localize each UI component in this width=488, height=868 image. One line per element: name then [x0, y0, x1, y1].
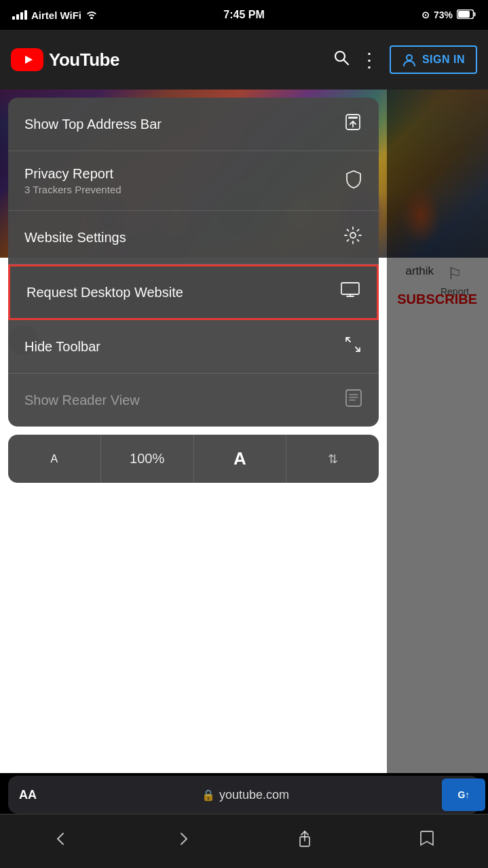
- svg-rect-11: [341, 283, 359, 294]
- menu-item-title: Request Desktop Website: [26, 285, 183, 300]
- status-left: Airtel WiFi: [12, 9, 98, 21]
- menu-item-left: Privacy Report 3 Trackers Prevented: [24, 166, 121, 195]
- menu-item-left: Request Desktop Website: [26, 285, 183, 300]
- gear-icon: [343, 226, 362, 249]
- shield-icon: [345, 170, 362, 193]
- svg-rect-1: [474, 12, 476, 16]
- context-menu: Show Top Address Bar Privacy Report 3 Tr…: [0, 90, 387, 488]
- menu-item-title: Website Settings: [24, 230, 126, 245]
- desktop-icon: [340, 281, 360, 303]
- url-section: 🔒 youtube.com: [202, 788, 289, 802]
- browser-bar: AA 🔒 youtube.com: [0, 776, 488, 814]
- watermark: G↑: [442, 778, 485, 811]
- svg-rect-12: [346, 390, 361, 406]
- url-bar-left: AA: [19, 788, 37, 802]
- arrows-icon: ⇅: [328, 452, 338, 467]
- battery-label: 73%: [434, 9, 453, 20]
- url-bar[interactable]: AA 🔒 youtube.com: [8, 776, 480, 814]
- battery-icon: [457, 9, 476, 21]
- menu-item-left: Hide Toolbar: [24, 339, 100, 355]
- svg-marker-3: [25, 56, 33, 64]
- sign-in-button[interactable]: SIGN IN: [390, 45, 477, 74]
- carrier-label: Airtel WiFi: [31, 9, 81, 21]
- signal-icon: [12, 10, 27, 20]
- lock-icon: 🔒: [202, 789, 215, 802]
- header-actions: ⋮ SIGN IN: [333, 45, 477, 74]
- menu-item-hide-toolbar[interactable]: Hide Toolbar: [8, 320, 379, 374]
- menu-item-left: Website Settings: [24, 230, 126, 245]
- location-icon: ⊙: [421, 9, 430, 20]
- address-bar-icon: [343, 113, 362, 136]
- svg-point-6: [407, 55, 412, 60]
- status-bar: Airtel WiFi 7:45 PM ⊙ 73%: [0, 0, 488, 30]
- font-size-percent: 100%: [101, 435, 194, 483]
- menu-item-left: Show Reader View: [24, 393, 140, 408]
- youtube-header: YouTube ⋮ SIGN IN: [0, 30, 488, 90]
- menu-item-show-top-address-bar[interactable]: Show Top Address Bar: [8, 98, 379, 151]
- menu-item-privacy-report[interactable]: Privacy Report 3 Trackers Prevented: [8, 151, 379, 211]
- youtube-logo-icon: [11, 48, 43, 71]
- share-button[interactable]: [292, 825, 318, 853]
- sign-in-label: SIGN IN: [422, 54, 465, 66]
- large-a-label: A: [233, 448, 246, 469]
- bookmarks-button[interactable]: [414, 825, 440, 853]
- forward-button[interactable]: [170, 826, 196, 852]
- font-size-decrease-button[interactable]: A: [8, 435, 101, 483]
- svg-rect-2: [458, 11, 470, 18]
- search-icon[interactable]: [333, 49, 350, 71]
- menu-item-show-reader-view[interactable]: Show Reader View: [8, 374, 379, 427]
- menu-item-title: Show Reader View: [24, 393, 140, 408]
- status-time: 7:45 PM: [223, 9, 264, 21]
- back-button[interactable]: [48, 826, 74, 852]
- menu-item-website-settings[interactable]: Website Settings: [8, 211, 379, 264]
- menu-item-subtitle: 3 Trackers Prevented: [24, 184, 121, 195]
- menu-item-title: Show Top Address Bar: [24, 117, 162, 132]
- menu-item-left: Show Top Address Bar: [24, 117, 162, 132]
- wifi-icon: [86, 9, 98, 21]
- youtube-logo[interactable]: YouTube: [11, 48, 119, 71]
- menu-item-title: Privacy Report: [24, 166, 121, 182]
- more-icon[interactable]: ⋮: [360, 49, 380, 71]
- youtube-logo-text: YouTube: [49, 50, 119, 71]
- font-size-arrows-button[interactable]: ⇅: [286, 435, 379, 483]
- font-size-increase-button[interactable]: A: [194, 435, 287, 483]
- font-size-row: A 100% A ⇅: [8, 435, 379, 483]
- svg-line-5: [343, 60, 348, 65]
- watermark-text: G↑: [458, 789, 470, 800]
- status-right: ⊙ 73%: [421, 9, 476, 21]
- svg-rect-8: [348, 117, 358, 119]
- expand-icon: [343, 335, 362, 358]
- aa-button[interactable]: AA: [19, 788, 37, 802]
- url-text[interactable]: youtube.com: [219, 788, 289, 802]
- font-size-value: 100%: [130, 451, 164, 467]
- menu-item-request-desktop[interactable]: Request Desktop Website: [8, 264, 379, 320]
- svg-point-10: [350, 233, 356, 238]
- small-a-label: A: [51, 453, 58, 465]
- reader-icon: [345, 389, 362, 412]
- menu-container: Show Top Address Bar Privacy Report 3 Tr…: [8, 98, 379, 427]
- menu-item-title: Hide Toolbar: [24, 339, 100, 355]
- right-overlay: [387, 90, 488, 773]
- bottom-nav: [0, 814, 488, 868]
